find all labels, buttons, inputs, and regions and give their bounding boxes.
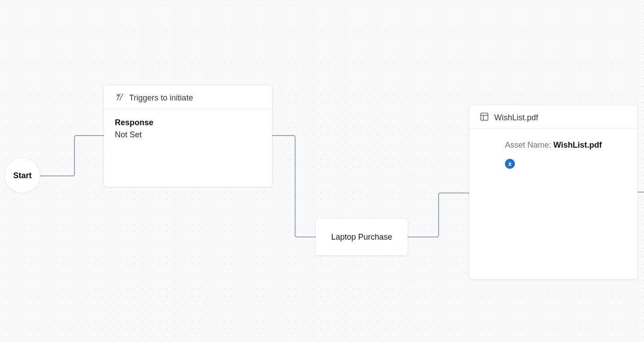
response-value: Not Set <box>115 130 261 140</box>
connector-asset-out <box>637 189 644 196</box>
connector-start-to-trigger <box>39 131 104 177</box>
asset-card-header: WishList.pdf <box>469 105 638 129</box>
download-icon[interactable] <box>505 159 515 169</box>
layout-icon <box>480 112 489 123</box>
asset-card-body: Asset Name: WishList.pdf <box>469 129 638 178</box>
asset-name-row: Asset Name: WishList.pdf <box>505 140 614 150</box>
trigger-card-title: Triggers to initiate <box>129 93 193 103</box>
asset-actions <box>505 159 614 169</box>
trigger-card-header: Triggers to initiate <box>104 85 272 109</box>
svg-rect-0 <box>481 113 488 120</box>
asset-card-title: WishList.pdf <box>494 113 538 123</box>
flow-canvas[interactable]: Start Triggers to initiate Response Not … <box>0 0 644 342</box>
branch-label: Laptop Purchase <box>331 231 392 243</box>
connector-branch-to-asset <box>407 189 470 238</box>
trigger-card-body: Response Not Set <box>104 109 272 149</box>
asset-card[interactable]: WishList.pdf Asset Name: WishList.pdf <box>469 105 638 279</box>
start-node[interactable]: Start <box>5 158 40 193</box>
branch-node[interactable]: Laptop Purchase <box>316 219 408 255</box>
asset-name-label: Asset Name: <box>505 140 553 149</box>
start-label: Start <box>13 171 31 180</box>
connector-trigger-to-branch <box>272 132 317 238</box>
response-label: Response <box>115 118 261 127</box>
trigger-card[interactable]: Triggers to initiate Response Not Set <box>104 85 272 187</box>
triggers-icon <box>115 92 125 103</box>
asset-name-value: WishList.pdf <box>553 140 602 149</box>
